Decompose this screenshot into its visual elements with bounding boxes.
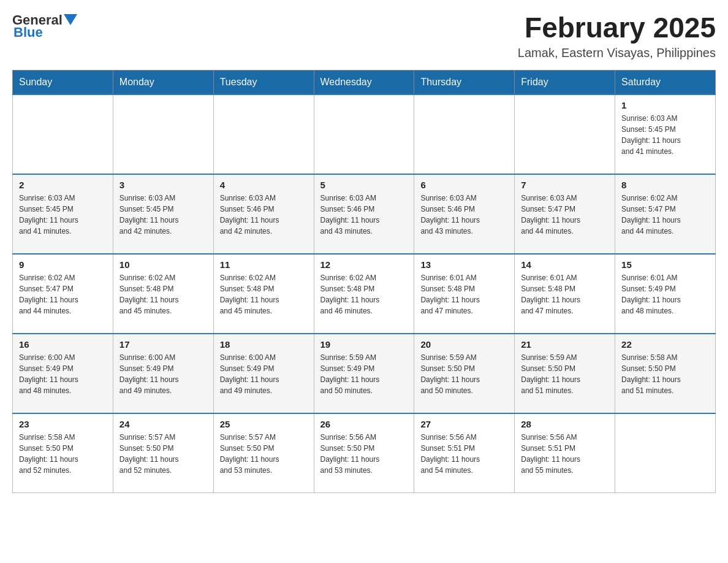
day-number: 21 (521, 339, 609, 350)
day-info: Sunrise: 6:02 AMSunset: 5:47 PMDaylight:… (621, 193, 709, 237)
weekday-header-saturday: Saturday (615, 70, 716, 94)
day-number: 24 (119, 419, 207, 429)
day-info: Sunrise: 6:01 AMSunset: 5:48 PMDaylight:… (420, 272, 508, 316)
svg-marker-0 (64, 14, 77, 25)
weekday-header-wednesday: Wednesday (314, 70, 414, 94)
calendar-cell (314, 94, 414, 174)
day-info: Sunrise: 6:03 AMSunset: 5:47 PMDaylight:… (521, 193, 609, 237)
calendar-cell: 9Sunrise: 6:02 AMSunset: 5:47 PMDaylight… (13, 254, 113, 334)
calendar-cell: 22Sunrise: 5:58 AMSunset: 5:50 PMDayligh… (615, 334, 716, 413)
day-info: Sunrise: 6:03 AMSunset: 5:45 PMDaylight:… (119, 193, 207, 237)
day-info: Sunrise: 6:02 AMSunset: 5:48 PMDaylight:… (119, 272, 207, 316)
page-header: General Blue February 2025 Lamak, Easter… (12, 12, 716, 60)
calendar-cell: 14Sunrise: 6:01 AMSunset: 5:48 PMDayligh… (515, 254, 615, 334)
day-info: Sunrise: 6:03 AMSunset: 5:45 PMDaylight:… (621, 113, 709, 157)
calendar-cell: 4Sunrise: 6:03 AMSunset: 5:46 PMDaylight… (213, 174, 314, 254)
calendar-cell: 3Sunrise: 6:03 AMSunset: 5:45 PMDaylight… (113, 174, 213, 254)
calendar-cell (113, 94, 213, 174)
calendar-cell (615, 413, 716, 493)
calendar-cell: 19Sunrise: 5:59 AMSunset: 5:49 PMDayligh… (314, 334, 414, 413)
calendar-cell: 24Sunrise: 5:57 AMSunset: 5:50 PMDayligh… (113, 413, 213, 493)
calendar-cell: 27Sunrise: 5:56 AMSunset: 5:51 PMDayligh… (414, 413, 515, 493)
calendar-cell: 15Sunrise: 6:01 AMSunset: 5:49 PMDayligh… (615, 254, 716, 334)
day-info: Sunrise: 5:58 AMSunset: 5:50 PMDaylight:… (19, 432, 107, 476)
calendar-cell: 6Sunrise: 6:03 AMSunset: 5:46 PMDaylight… (414, 174, 515, 254)
day-info: Sunrise: 6:03 AMSunset: 5:45 PMDaylight:… (19, 193, 107, 237)
day-info: Sunrise: 5:59 AMSunset: 5:49 PMDaylight:… (320, 352, 408, 396)
day-number: 14 (521, 259, 609, 270)
calendar-cell: 8Sunrise: 6:02 AMSunset: 5:47 PMDaylight… (615, 174, 716, 254)
week-row-5: 23Sunrise: 5:58 AMSunset: 5:50 PMDayligh… (13, 413, 716, 493)
weekday-header-monday: Monday (113, 70, 213, 94)
day-number: 27 (420, 419, 508, 429)
day-info: Sunrise: 5:59 AMSunset: 5:50 PMDaylight:… (521, 352, 609, 396)
day-info: Sunrise: 6:00 AMSunset: 5:49 PMDaylight:… (220, 352, 308, 396)
calendar-cell: 5Sunrise: 6:03 AMSunset: 5:46 PMDaylight… (314, 174, 414, 254)
week-row-4: 16Sunrise: 6:00 AMSunset: 5:49 PMDayligh… (13, 334, 716, 413)
week-row-1: 1Sunrise: 6:03 AMSunset: 5:45 PMDaylight… (13, 94, 716, 174)
calendar-cell (515, 94, 615, 174)
day-number: 17 (119, 339, 207, 350)
day-number: 20 (420, 339, 508, 350)
weekday-header-sunday: Sunday (13, 70, 113, 94)
weekday-header-friday: Friday (515, 70, 615, 94)
calendar-cell (13, 94, 113, 174)
day-info: Sunrise: 6:03 AMSunset: 5:46 PMDaylight:… (320, 193, 408, 237)
day-number: 16 (19, 339, 107, 350)
calendar-table: SundayMondayTuesdayWednesdayThursdayFrid… (12, 70, 716, 494)
day-number: 28 (521, 419, 609, 429)
day-info: Sunrise: 6:03 AMSunset: 5:46 PMDaylight:… (220, 193, 308, 237)
day-number: 6 (420, 180, 508, 190)
title-section: February 2025 Lamak, Eastern Visayas, Ph… (518, 12, 716, 60)
day-info: Sunrise: 6:00 AMSunset: 5:49 PMDaylight:… (119, 352, 207, 396)
day-info: Sunrise: 6:02 AMSunset: 5:48 PMDaylight:… (320, 272, 408, 316)
day-number: 10 (119, 259, 207, 270)
calendar-cell: 10Sunrise: 6:02 AMSunset: 5:48 PMDayligh… (113, 254, 213, 334)
day-number: 15 (621, 259, 709, 270)
day-info: Sunrise: 6:00 AMSunset: 5:49 PMDaylight:… (19, 352, 107, 396)
day-number: 4 (220, 180, 308, 190)
logo: General Blue (12, 12, 77, 40)
day-info: Sunrise: 6:03 AMSunset: 5:46 PMDaylight:… (420, 193, 508, 237)
weekday-header-thursday: Thursday (414, 70, 515, 94)
calendar-cell (213, 94, 314, 174)
week-row-2: 2Sunrise: 6:03 AMSunset: 5:45 PMDaylight… (13, 174, 716, 254)
calendar-cell: 28Sunrise: 5:56 AMSunset: 5:51 PMDayligh… (515, 413, 615, 493)
day-number: 3 (119, 180, 207, 190)
day-number: 22 (621, 339, 709, 350)
calendar-cell: 23Sunrise: 5:58 AMSunset: 5:50 PMDayligh… (13, 413, 113, 493)
calendar-cell: 12Sunrise: 6:02 AMSunset: 5:48 PMDayligh… (314, 254, 414, 334)
calendar-cell: 17Sunrise: 6:00 AMSunset: 5:49 PMDayligh… (113, 334, 213, 413)
logo-blue: Blue (13, 25, 43, 40)
calendar-cell: 18Sunrise: 6:00 AMSunset: 5:49 PMDayligh… (213, 334, 314, 413)
day-info: Sunrise: 6:02 AMSunset: 5:48 PMDaylight:… (220, 272, 308, 316)
day-info: Sunrise: 6:02 AMSunset: 5:47 PMDaylight:… (19, 272, 107, 316)
calendar-cell: 26Sunrise: 5:56 AMSunset: 5:50 PMDayligh… (314, 413, 414, 493)
day-number: 13 (420, 259, 508, 270)
day-info: Sunrise: 6:01 AMSunset: 5:49 PMDaylight:… (621, 272, 709, 316)
day-number: 18 (220, 339, 308, 350)
calendar-cell: 16Sunrise: 6:00 AMSunset: 5:49 PMDayligh… (13, 334, 113, 413)
day-number: 12 (320, 259, 408, 270)
calendar-cell: 21Sunrise: 5:59 AMSunset: 5:50 PMDayligh… (515, 334, 615, 413)
day-info: Sunrise: 5:57 AMSunset: 5:50 PMDaylight:… (220, 432, 308, 476)
day-number: 19 (320, 339, 408, 350)
day-number: 7 (521, 180, 609, 190)
day-number: 25 (220, 419, 308, 429)
calendar-cell: 11Sunrise: 6:02 AMSunset: 5:48 PMDayligh… (213, 254, 314, 334)
calendar-cell: 13Sunrise: 6:01 AMSunset: 5:48 PMDayligh… (414, 254, 515, 334)
day-info: Sunrise: 5:56 AMSunset: 5:51 PMDaylight:… (521, 432, 609, 476)
day-number: 8 (621, 180, 709, 190)
calendar-cell: 25Sunrise: 5:57 AMSunset: 5:50 PMDayligh… (213, 413, 314, 493)
day-number: 11 (220, 259, 308, 270)
day-number: 26 (320, 419, 408, 429)
day-info: Sunrise: 5:58 AMSunset: 5:50 PMDaylight:… (621, 352, 709, 396)
day-info: Sunrise: 5:57 AMSunset: 5:50 PMDaylight:… (119, 432, 207, 476)
calendar-cell: 2Sunrise: 6:03 AMSunset: 5:45 PMDaylight… (13, 174, 113, 254)
month-title: February 2025 (518, 12, 716, 44)
week-row-3: 9Sunrise: 6:02 AMSunset: 5:47 PMDaylight… (13, 254, 716, 334)
day-info: Sunrise: 6:01 AMSunset: 5:48 PMDaylight:… (521, 272, 609, 316)
logo-triangle-icon (64, 14, 77, 25)
weekday-header-tuesday: Tuesday (213, 70, 314, 94)
day-number: 2 (19, 180, 107, 190)
